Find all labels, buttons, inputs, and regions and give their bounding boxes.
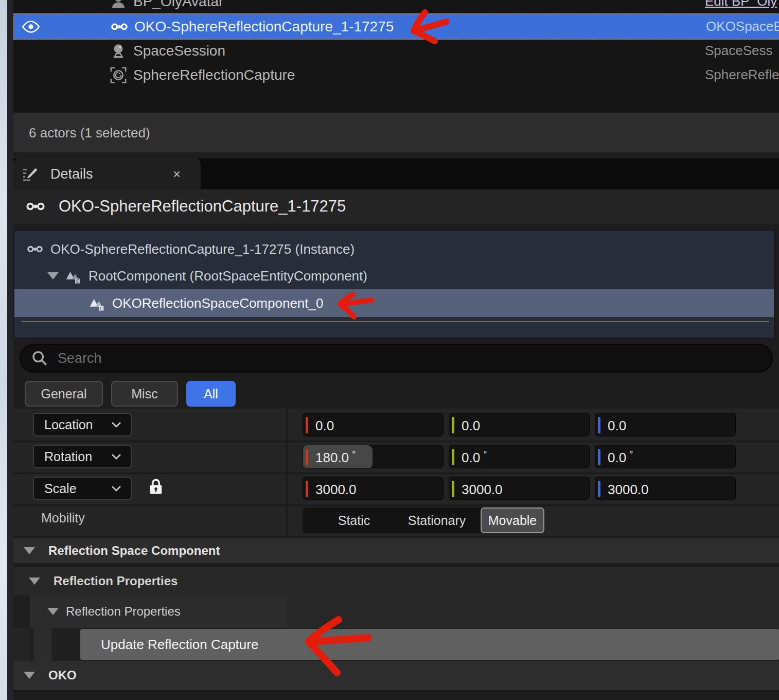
rotation-x-field[interactable]: 180.0° bbox=[303, 445, 444, 468]
section-reflection-properties[interactable]: Reflection Properties bbox=[13, 567, 779, 595]
actor-type: SpaceSess bbox=[705, 43, 773, 59]
section-oko[interactable]: OKO bbox=[13, 661, 779, 690]
axis-accent-bar bbox=[306, 449, 308, 465]
inner-section-label: Reflection Properties bbox=[66, 604, 181, 619]
section-label: Reflection Space Component bbox=[48, 544, 220, 558]
search-icon bbox=[31, 349, 48, 367]
scale-z-field[interactable]: 3000.0 bbox=[595, 477, 736, 500]
field-value: 0.0 bbox=[462, 417, 483, 434]
filter-misc-button[interactable]: Misc bbox=[111, 381, 178, 407]
filter-all-button[interactable]: All bbox=[186, 381, 236, 407]
update-button-label: Update Reflection Capture bbox=[101, 637, 258, 653]
scale-x-field[interactable]: 3000.0 bbox=[303, 477, 444, 500]
selected-actor-title: OKO-SphereReflectionCapture_1-17275 bbox=[59, 197, 346, 216]
tree-row-label[interactable]: OKO-SphereReflectionCapture_1-17275 (Ins… bbox=[50, 241, 355, 257]
location-z-field[interactable]: 0.0 bbox=[595, 413, 736, 436]
location-dropdown[interactable]: Location bbox=[33, 413, 132, 436]
field-value: 0.0° bbox=[608, 449, 633, 466]
field-value: 0.0 bbox=[315, 417, 337, 434]
row-separator bbox=[13, 504, 779, 506]
section-collapse-icon[interactable] bbox=[24, 547, 35, 554]
details-search-bar[interactable] bbox=[20, 344, 773, 373]
indent-guide bbox=[13, 595, 30, 628]
eye-visibility-icon[interactable] bbox=[22, 20, 40, 33]
indent-guide bbox=[13, 628, 30, 661]
camera-icon bbox=[110, 42, 127, 60]
outliner-row-oko-spherereflectioncapture[interactable]: OKO-SphereReflectionCapture_1-17275 OKOS… bbox=[13, 13, 779, 40]
field-value: 3000.0 bbox=[462, 481, 506, 498]
tree-row-rootcomponent[interactable]: C RootComponent (RootSpaceEntityComponen… bbox=[14, 262, 774, 289]
details-tabbar: Details × bbox=[13, 159, 779, 189]
actor-edit-link[interactable]: Edit BP_Oly bbox=[705, 0, 777, 9]
chevron-down-icon bbox=[111, 485, 121, 492]
outliner-row-spacesession[interactable]: SpaceSession SpaceSess bbox=[13, 39, 779, 63]
section-collapse-icon[interactable] bbox=[29, 577, 40, 585]
tab-details-label: Details bbox=[50, 166, 93, 182]
actor-label[interactable]: SpaceSession bbox=[133, 43, 225, 59]
section-reflection-space-component[interactable]: Reflection Space Component bbox=[13, 538, 779, 563]
field-value: 0.0° bbox=[462, 449, 487, 466]
outliner-status-bar: 6 actors (1 selected) bbox=[13, 113, 779, 152]
bottom-strip bbox=[13, 691, 779, 700]
search-input[interactable] bbox=[57, 350, 676, 367]
filter-label: All bbox=[204, 387, 218, 401]
transform-block: Location Rotation Scale bbox=[13, 409, 779, 536]
inner-reflection-properties-row[interactable]: Reflection Properties bbox=[13, 595, 779, 628]
axis-accent-bar bbox=[306, 481, 308, 497]
chain-link-icon bbox=[26, 197, 45, 216]
actor-label[interactable]: SphereReflectionCapture bbox=[133, 67, 295, 83]
field-value: 0.0 bbox=[608, 417, 629, 434]
section-collapse-icon[interactable] bbox=[47, 608, 59, 615]
actor-label[interactable]: OKO-SphereReflectionCapture_1-17275 bbox=[134, 19, 394, 35]
tree-row-label[interactable]: OKOReflectionSpaceComponent_0 bbox=[112, 295, 323, 311]
rotation-z-field[interactable]: 0.0° bbox=[595, 445, 736, 468]
chain-link-icon bbox=[111, 18, 128, 36]
unreal-editor-screenshot: BP_OlyAvatar Edit BP_Oly OKO-SphereRefle… bbox=[0, 0, 779, 700]
field-value: 180.0° bbox=[315, 449, 356, 466]
section-label: OKO bbox=[48, 668, 77, 682]
actor-count-status: 6 actors (1 selected) bbox=[29, 125, 150, 141]
world-outliner: BP_OlyAvatar Edit BP_Oly OKO-SphereRefle… bbox=[13, 0, 779, 112]
axis-accent-bar bbox=[452, 481, 454, 497]
mobility-option-movable-selected[interactable]: Movable bbox=[481, 507, 544, 533]
filter-label: Misc bbox=[131, 387, 157, 401]
window-edge bbox=[7, 0, 13, 700]
tree-row-okoreflectionspacecomponent[interactable]: C OKOReflectionSpaceComponent_0 bbox=[14, 289, 774, 317]
section-gap bbox=[13, 563, 779, 567]
scene-component-icon: C bbox=[65, 268, 81, 284]
axis-accent-bar bbox=[598, 449, 600, 465]
svg-text:C: C bbox=[100, 306, 103, 311]
filter-general-button[interactable]: General bbox=[25, 381, 103, 407]
scale-dropdown[interactable]: Scale bbox=[33, 477, 132, 500]
tree-row-instance[interactable]: OKO-SphereReflectionCapture_1-17275 (Ins… bbox=[14, 236, 774, 262]
indent-guide bbox=[55, 628, 78, 661]
rotation-dropdown[interactable]: Rotation bbox=[33, 445, 132, 468]
section-collapse-icon[interactable] bbox=[24, 672, 35, 679]
row-separator bbox=[13, 441, 779, 442]
outliner-row-bp-olyavatar[interactable]: BP_OlyAvatar Edit BP_Oly bbox=[13, 0, 779, 13]
mobility-option-stationary[interactable]: Stationary bbox=[393, 507, 481, 533]
outliner-row-spherereflectioncapture[interactable]: SphereReflectionCapture SphereRefle bbox=[13, 63, 779, 87]
scale-lock-icon[interactable] bbox=[148, 478, 164, 496]
scale-y-field[interactable]: 3000.0 bbox=[449, 477, 590, 500]
details-filter-row: General Misc All bbox=[13, 381, 779, 408]
expander-arrow-icon[interactable] bbox=[47, 272, 59, 279]
location-label: Location bbox=[44, 417, 93, 432]
actor-label[interactable]: BP_OlyAvatar bbox=[133, 0, 223, 10]
component-tree: OKO-SphereReflectionCapture_1-17275 (Ins… bbox=[13, 230, 775, 339]
tab-close-icon[interactable]: × bbox=[173, 166, 181, 182]
tree-separator bbox=[22, 321, 769, 322]
chevron-down-icon bbox=[111, 453, 121, 460]
section-label: Reflection Properties bbox=[54, 574, 178, 588]
update-reflection-capture-button[interactable]: Update Reflection Capture bbox=[80, 629, 779, 660]
tree-row-label[interactable]: RootComponent (RootSpaceEntityComponent) bbox=[88, 268, 367, 284]
axis-accent-bar bbox=[452, 449, 454, 465]
rotation-y-field[interactable]: 0.0° bbox=[449, 445, 590, 468]
location-x-field[interactable]: 0.0 bbox=[303, 413, 444, 436]
mobility-option-static[interactable]: Static bbox=[318, 507, 390, 533]
location-y-field[interactable]: 0.0 bbox=[449, 413, 590, 436]
filter-label: General bbox=[41, 387, 87, 401]
details-panel-icon bbox=[22, 165, 39, 183]
tab-details[interactable]: Details × bbox=[13, 159, 201, 189]
actor-type: OKOSpaceE bbox=[706, 19, 779, 34]
